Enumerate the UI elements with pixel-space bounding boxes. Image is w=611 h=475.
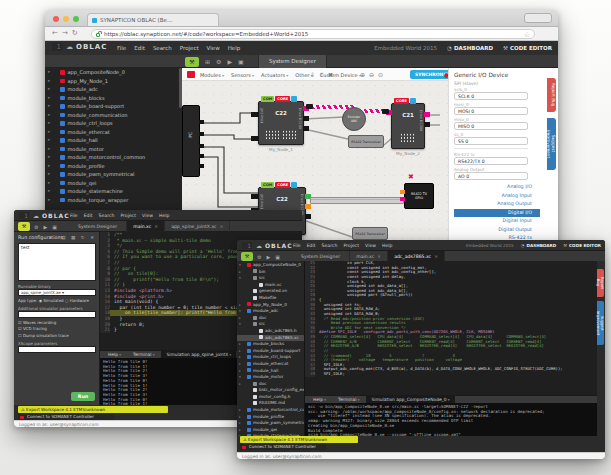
panel-icon[interactable]: ▣	[275, 254, 280, 260]
tree-item[interactable]: module_board-support	[45, 102, 182, 111]
run-icon[interactable]: ▶	[266, 254, 270, 260]
delete-icon[interactable]: ✖	[328, 71, 333, 78]
field-input[interactable]: MOSI 0	[454, 107, 528, 115]
bookmark-star-icon[interactable]: ☆	[524, 30, 530, 39]
code-editor-link[interactable]: ⚒CODE EDITOR	[563, 243, 601, 248]
zoom-fit-icon[interactable]: ⊙	[378, 71, 383, 78]
editor-tab[interactable]: System Designer	[72, 221, 127, 232]
export-workspace-banner[interactable]: ⚠ Export Workspace 4.1 ETMS/unknown	[240, 436, 358, 443]
console-tab[interactable]: Simulation app_CompositeNode_0	[366, 396, 454, 403]
menu-item[interactable]: Edit	[134, 45, 145, 51]
tree-item[interactable]: module_communication	[45, 111, 182, 120]
gear-icon[interactable]: ⚙	[216, 58, 221, 65]
field-input[interactable]: MISO 0	[454, 122, 528, 130]
menu-item[interactable]: Help	[382, 243, 392, 248]
tree-item[interactable]: module_motor	[45, 145, 182, 154]
close-icon[interactable]: ×	[434, 254, 438, 259]
io-type-item[interactable]: Analog Output	[454, 200, 540, 209]
grid-icon[interactable]: ⊞	[205, 58, 210, 65]
console-output[interactable]: xcc -o bin/app_CompositeNode_0.xe src/ma…	[305, 403, 597, 436]
suggest-improvement-tab[interactable]: Suggest Improvement	[597, 301, 604, 345]
editor-tab[interactable]: app_spine_jointX.xc×	[165, 221, 230, 232]
tree-item[interactable]: main.xc	[237, 282, 304, 289]
rs422-gpio-node[interactable]: RS422 TX GPIO	[404, 183, 434, 209]
menu-item[interactable]: Search	[322, 243, 338, 248]
palette-category[interactable]: Modules	[200, 72, 224, 78]
tree-item[interactable]: module_statemachine	[45, 187, 182, 196]
tree-item[interactable]: README.md	[237, 400, 304, 407]
tree-item[interactable]: adc_ads7865.xc	[237, 335, 304, 342]
menu-item[interactable]: Help	[159, 213, 169, 218]
console-tab[interactable]: Help	[308, 396, 331, 403]
menu-item[interactable]: File	[70, 213, 78, 218]
tree-item[interactable]: src	[237, 275, 304, 282]
zoom-out-icon[interactable]: ⊖	[369, 71, 374, 78]
check-row[interactable]: ☑ VCD tracing	[18, 326, 95, 331]
build-button[interactable]: ⚒	[18, 222, 30, 231]
menu-item[interactable]: File	[293, 243, 301, 248]
tree-item[interactable]: module_qei	[237, 427, 304, 434]
build-button[interactable]: ⚒	[185, 57, 199, 67]
tree-item[interactable]: app_CompositeNode_0	[237, 262, 304, 269]
minimize-window-button[interactable]	[63, 16, 69, 22]
run-icon[interactable]: ▶	[43, 224, 47, 230]
check-row[interactable]: ☐ Dump simulation trace	[18, 333, 95, 338]
code-editor[interactable]: in port CLK, const unsigned int adc_conf…	[305, 261, 597, 395]
console-tab[interactable]: Terminal	[333, 396, 365, 403]
tree-item[interactable]: Makefile	[237, 295, 304, 302]
tree-item[interactable]: module_adc	[237, 308, 304, 315]
menu-item[interactable]: View	[207, 45, 220, 51]
zoom-in-icon[interactable]: ⊕	[360, 71, 365, 78]
run-config-item[interactable]: test	[19, 244, 95, 251]
radio-hardware-label[interactable]: Hardware	[70, 298, 89, 303]
download-icon[interactable]: ⇩	[310, 71, 315, 78]
console-tab[interactable]: Simulation app_spine_jointX	[161, 351, 236, 358]
xscope-input[interactable]	[18, 346, 96, 353]
runnable-select[interactable]: app_spine_jointX.xe ▾	[18, 289, 96, 296]
tree-item[interactable]: module_ethercat	[45, 128, 182, 137]
field-input[interactable]: RS422/TX 0	[454, 157, 528, 165]
tree-item[interactable]: module_motorcontrol_common	[45, 153, 182, 162]
tree-item[interactable]: src	[237, 321, 304, 328]
tree-item[interactable]: module_blocks	[237, 341, 304, 348]
check-row[interactable]: ☑ Waves recording	[18, 320, 95, 325]
tree-item[interactable]: bldc_motor_config_example.h	[237, 387, 304, 394]
tree-item[interactable]: module_blocks	[45, 94, 182, 103]
rs422-transceiver-node[interactable]: RS422 Transceiver	[348, 135, 384, 148]
export-workspace-banner[interactable]: ⚠ Export Workspace 4.1 ETMS/unknown	[18, 406, 168, 413]
io-type-item[interactable]: Analog I/O	[454, 183, 540, 192]
io-type-item[interactable]: Digital I/O	[454, 209, 540, 218]
run-config-icons[interactable]: ▤ ▦ ↻ ✕	[61, 235, 96, 240]
rs422-transceiver-node-2[interactable]: RS422 Transceiver	[352, 227, 388, 240]
tree-item[interactable]: module_adc	[45, 85, 182, 94]
close-icon[interactable]: ×	[377, 254, 381, 259]
io-type-item[interactable]: Digital Output	[454, 226, 540, 235]
report-bug-tab[interactable]: Report Bug	[547, 78, 556, 112]
palette-category[interactable]: Actuators	[261, 72, 288, 78]
field-input[interactable]: AO 0	[454, 172, 528, 180]
url-input[interactable]: https://oblac.synapticon.net/#/code?work…	[91, 29, 535, 39]
dashboard-link[interactable]: ◔DASHBOARD	[521, 243, 556, 248]
run-button[interactable]: Run	[71, 392, 95, 401]
browser-tab[interactable]: SYNAPTICON OBLAC (Be…	[87, 13, 219, 26]
tree-item[interactable]: module_board-support	[237, 348, 304, 355]
close-window-button[interactable]	[53, 16, 59, 22]
pc-node[interactable]: PC	[182, 105, 200, 177]
menu-item[interactable]: Project	[180, 45, 199, 51]
tree-item[interactable]: app_My_Node_1	[45, 77, 182, 86]
code-editor-link[interactable]: ⚒CODE EDITOR	[503, 45, 552, 51]
editor-tab[interactable]: main.xc×	[127, 221, 165, 232]
run-icon[interactable]: ▶	[227, 58, 232, 65]
tree-item[interactable]: module_motor	[237, 374, 304, 381]
panel-icon[interactable]: ▣	[52, 224, 57, 230]
menu-item[interactable]: Project	[120, 213, 136, 218]
tree-item[interactable]: motor_config.h	[237, 394, 304, 401]
menu-item[interactable]: Edit	[84, 213, 93, 218]
node-my-node-1[interactable]: COMCORE EtherCAT Drive DC100 C22 My_Node…	[258, 101, 304, 145]
upload-icon[interactable]: ⇧	[319, 71, 324, 78]
io-type-item[interactable]: Analog Input	[454, 192, 540, 201]
maximize-window-button[interactable]	[73, 16, 79, 22]
menu-item[interactable]: Help	[228, 45, 241, 51]
tree-item[interactable]: app_CompositeNode_0	[45, 68, 182, 77]
menu-item[interactable]: Edit	[307, 243, 316, 248]
